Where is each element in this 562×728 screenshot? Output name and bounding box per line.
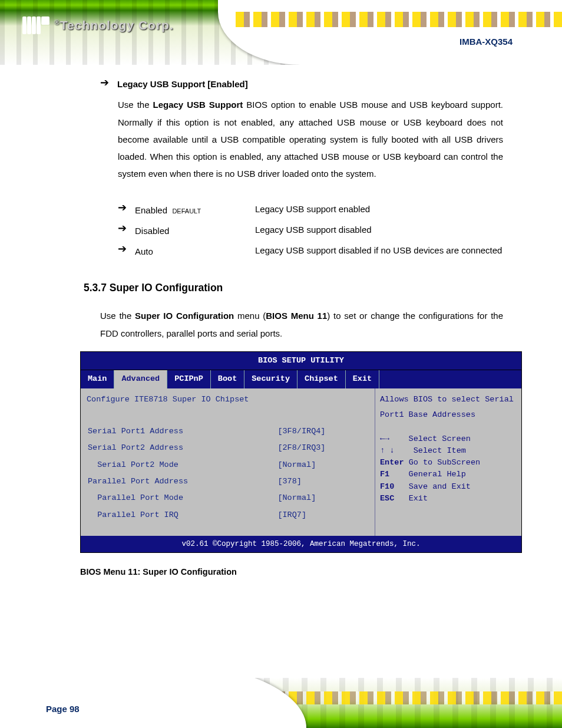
logo-text: ®Technology Corp. xyxy=(54,18,174,32)
bios-left-pane: Configure ITE8718 Super IO Chipset Seria… xyxy=(81,388,375,536)
bios-pane-heading: Configure ITE8718 Super IO Chipset xyxy=(87,392,369,407)
option-description: Legacy USB support enabled xyxy=(255,200,503,218)
header-curve xyxy=(218,0,562,65)
page-header: ®Technology Corp. IMBA-XQ354 xyxy=(0,0,562,65)
header-accent-stripes xyxy=(236,12,562,27)
bios-menu-bar: Main Advanced PCIPnP Boot Security Chips… xyxy=(81,370,521,388)
option-heading: Legacy USB Support [Enabled] xyxy=(117,75,248,93)
bios-tab-advanced[interactable]: Advanced xyxy=(114,370,167,388)
bios-hint-text: Allows BIOS to select Serial Port1 Base … xyxy=(380,392,517,433)
bios-body: Configure ITE8718 Super IO Chipset Seria… xyxy=(81,388,521,536)
options-list: ➔ Enabled DEFAULT Legacy USB support ena… xyxy=(118,200,503,261)
bios-footer-bar: v02.61 ©Copyright 1985-2006, American Me… xyxy=(81,536,521,552)
arrow-right-icon: ➔ xyxy=(118,200,127,215)
bios-tab-exit[interactable]: Exit xyxy=(346,370,379,388)
option-description: Legacy USB support disabled if no USB de… xyxy=(255,242,503,259)
option-description: Legacy USB support disabled xyxy=(255,221,503,238)
bios-key-legend: ←→ Select Screen ↑ ↓ Select Item Enter G… xyxy=(380,433,517,505)
bios-tab-chipset[interactable]: Chipset xyxy=(297,370,346,388)
description-paragraph: Use the Legacy USB Support BIOS option t… xyxy=(118,96,503,182)
bios-setting-row[interactable]: Parallel Port Mode[Normal] xyxy=(88,490,368,506)
page-content: ➔ Legacy USB Support [Enabled] Use the L… xyxy=(0,65,562,580)
bios-screenshot: BIOS SETUP UTILITY Main Advanced PCIPnP … xyxy=(80,351,522,553)
section-intro-paragraph: Use the Super IO Configuration menu (BIO… xyxy=(100,307,503,342)
brand-logo: ®Technology Corp. xyxy=(22,17,174,34)
option-heading-row: ➔ Legacy USB Support [Enabled] xyxy=(100,75,503,93)
bios-right-pane: Allows BIOS to select Serial Port1 Base … xyxy=(375,388,521,536)
bios-tab-pcipnp[interactable]: PCIPnP xyxy=(167,370,211,388)
arrow-right-icon: ➔ xyxy=(118,221,127,236)
figure-caption: BIOS Menu 11: Super IO Configuration xyxy=(80,564,503,580)
option-label: Disabled xyxy=(135,221,247,239)
arrow-right-icon: ➔ xyxy=(100,75,109,90)
option-label: Enabled DEFAULT xyxy=(135,200,247,219)
bios-title-bar: BIOS SETUP UTILITY xyxy=(81,352,521,370)
bios-setting-row[interactable]: Parallel Port IRQ[IRQ7] xyxy=(88,508,368,523)
bios-tab-boot[interactable]: Boot xyxy=(211,370,244,388)
footer-curve xyxy=(0,678,306,728)
option-label: Auto xyxy=(135,242,247,260)
bios-tab-main[interactable]: Main xyxy=(81,370,114,388)
bios-setting-row[interactable]: Serial Port1 Address[3F8/IRQ4] xyxy=(88,424,368,439)
section-heading: 5.3.7 Super IO Configuration xyxy=(84,278,503,298)
page-number: Page 98 xyxy=(46,704,80,714)
option-row-enabled: ➔ Enabled DEFAULT Legacy USB support ena… xyxy=(118,200,503,219)
page-footer: Page 98 xyxy=(0,678,562,728)
bios-setting-row[interactable]: Serial Port2 Mode[Normal] xyxy=(88,457,368,473)
option-row-disabled: ➔ Disabled Legacy USB support disabled xyxy=(118,221,503,239)
option-row-auto: ➔ Auto Legacy USB support disabled if no… xyxy=(118,242,503,260)
logo-mark-icon xyxy=(22,17,49,34)
bios-setting-row[interactable]: Parallel Port Address[378] xyxy=(88,474,368,489)
product-name: IMBA-XQ354 xyxy=(459,37,513,47)
bios-settings-table: Serial Port1 Address[3F8/IRQ4] Serial Po… xyxy=(87,423,369,524)
bios-setting-row[interactable]: Serial Port2 Address[2F8/IRQ3] xyxy=(88,440,368,456)
arrow-right-icon: ➔ xyxy=(118,242,127,256)
bios-tab-security[interactable]: Security xyxy=(244,370,297,388)
